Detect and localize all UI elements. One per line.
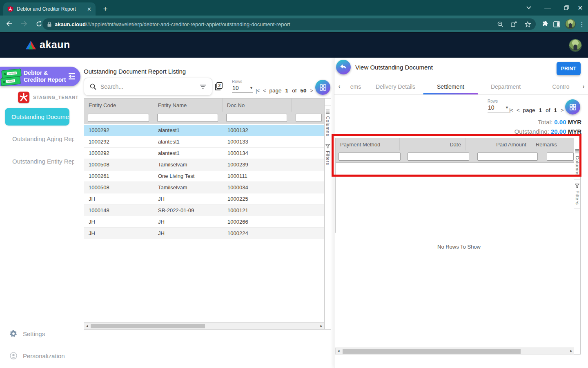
side-panel-icon[interactable] bbox=[550, 18, 563, 30]
bookmark-star-icon[interactable] bbox=[525, 21, 531, 27]
table-row[interactable]: 1000292alantest11000133 bbox=[84, 136, 324, 148]
page-current: 1 bbox=[285, 88, 289, 94]
sidebar-item-outstanding-entity[interactable]: Outstanding Entity Repor bbox=[12, 158, 74, 165]
page-word: page bbox=[523, 107, 535, 113]
detail-title: View Outstanding Document bbox=[355, 64, 433, 71]
user-avatar[interactable] bbox=[569, 39, 582, 52]
column-header-entity-code[interactable]: Entity Code bbox=[84, 99, 153, 112]
outstanding-label: Outstanding: bbox=[514, 128, 549, 135]
table-row[interactable]: JHJH1000266 bbox=[84, 216, 324, 228]
filter-input-date[interactable] bbox=[408, 153, 469, 161]
scroll-left-icon[interactable]: ◄ bbox=[336, 349, 341, 353]
table-row[interactable]: JHJH1000224 bbox=[84, 228, 324, 239]
listing-grid: Entity Code Entity Name Doc No 1000292al… bbox=[84, 98, 325, 330]
tab-settlement[interactable]: Settlement bbox=[423, 79, 478, 94]
filter-input-extra[interactable] bbox=[296, 114, 322, 122]
url-bar[interactable]: akaun.cloud/#/applet/tnt/wavelet/erp/deb… bbox=[42, 18, 536, 30]
table-row[interactable]: 1000508Tamilselvam1000034 bbox=[84, 182, 324, 193]
page-word: page bbox=[270, 88, 282, 94]
angular-logo-icon bbox=[7, 6, 13, 12]
listing-tool-strip: Columns Filters bbox=[324, 98, 331, 330]
tab-control[interactable]: Contro bbox=[533, 79, 573, 94]
filter-input-doc-no[interactable] bbox=[226, 114, 287, 122]
share-icon[interactable] bbox=[511, 21, 517, 27]
filter-input-remarks[interactable] bbox=[547, 153, 574, 161]
table-row[interactable]: 1000508Tamilselvam1000239 bbox=[84, 159, 324, 171]
filter-input-payment-method[interactable] bbox=[339, 153, 401, 161]
scroll-left-icon[interactable]: ◄ bbox=[84, 324, 90, 328]
scrollbar-thumb[interactable] bbox=[91, 324, 205, 328]
column-header-extra[interactable] bbox=[292, 99, 324, 112]
browser-tab[interactable]: Debtor and Creditor Report ✕ bbox=[3, 2, 96, 16]
scroll-right-icon[interactable]: ► bbox=[318, 324, 324, 328]
page-total: 50 bbox=[300, 88, 306, 94]
window-minimize-button[interactable]: — bbox=[538, 0, 557, 16]
back-button[interactable] bbox=[336, 60, 351, 74]
column-header-doc-no[interactable]: Doc No bbox=[223, 99, 292, 112]
tab-department[interactable]: Department bbox=[478, 79, 533, 94]
horizontal-scrollbar[interactable]: ◄ ► bbox=[84, 322, 324, 329]
kebab-menu-icon[interactable]: ⋮ bbox=[576, 18, 588, 30]
tab-items[interactable]: ems bbox=[343, 79, 368, 94]
columns-panel-tab[interactable]: Columns bbox=[325, 105, 331, 140]
extensions-puzzle-icon[interactable] bbox=[539, 18, 551, 30]
sidebar-item-outstanding-document[interactable]: Outstanding Documen bbox=[5, 108, 69, 126]
table-row[interactable]: 1000261One Living Test1000111 bbox=[84, 171, 324, 182]
filters-panel-tab[interactable]: Filters bbox=[325, 140, 331, 169]
tab-delivery-details[interactable]: Delivery Details bbox=[368, 79, 423, 94]
column-header-paid-amount[interactable]: Paid Amount bbox=[466, 138, 531, 150]
prev-page-button[interactable]: < bbox=[263, 88, 266, 94]
tabs-scroll-right-icon[interactable]: › bbox=[580, 79, 587, 94]
column-header-entity-name[interactable]: Entity Name bbox=[153, 99, 222, 112]
scrollbar-thumb[interactable] bbox=[343, 349, 521, 354]
table-row[interactable]: JHJH1000225 bbox=[84, 193, 324, 205]
filters-panel-tab[interactable]: Filters bbox=[574, 180, 580, 209]
horizontal-scrollbar[interactable]: ◄ ► bbox=[335, 348, 575, 355]
sidebar-item-outstanding-aging[interactable]: Outstanding Aging Repo bbox=[12, 135, 74, 142]
browser-profile-avatar[interactable] bbox=[565, 19, 576, 29]
tabs-scroll-left-icon[interactable]: ‹ bbox=[336, 79, 343, 94]
applet-banner[interactable]: Creditors Debtors Debtor & Creditor Repo… bbox=[0, 67, 80, 86]
filter-input-entity-name[interactable] bbox=[157, 114, 218, 122]
table-row[interactable]: 1000148SB-2022-01-091000121 bbox=[84, 205, 324, 216]
listing-pagination: |< < page 1 of 50 > >| bbox=[256, 88, 320, 94]
apps-grid-button[interactable] bbox=[565, 99, 580, 114]
sidebar-item-personalization[interactable]: Personalization bbox=[10, 352, 65, 359]
scroll-right-icon[interactable]: ► bbox=[568, 349, 574, 353]
column-header-remarks[interactable]: Remarks bbox=[531, 138, 574, 150]
first-page-button[interactable]: |< bbox=[256, 88, 259, 94]
settlement-tool-strip: Columns Filters bbox=[574, 138, 581, 355]
prev-page-button[interactable]: < bbox=[517, 107, 519, 113]
back-nav-icon[interactable] bbox=[3, 18, 16, 30]
copy-pages-icon[interactable]: 2 bbox=[214, 81, 223, 91]
zoom-page-icon[interactable] bbox=[497, 21, 503, 27]
filter-input-entity-code[interactable] bbox=[88, 114, 149, 122]
filter-list-icon[interactable] bbox=[200, 84, 206, 89]
url-path: /#/applet/tnt/wavelet/erp/debtor-and-cre… bbox=[86, 21, 290, 27]
next-page-button[interactable]: > bbox=[310, 88, 313, 94]
first-page-button[interactable]: |< bbox=[509, 107, 513, 113]
tab-search-chevron-icon[interactable] bbox=[519, 0, 538, 16]
detail-pagination: |< < page 1 of 1 > >| bbox=[509, 107, 570, 113]
apps-grid-button[interactable] bbox=[315, 80, 330, 95]
columns-panel-tab[interactable]: Columns bbox=[574, 145, 580, 180]
column-header-payment-method[interactable]: Payment Method bbox=[336, 138, 400, 150]
table-row[interactable]: 1000292alantest11000132 bbox=[84, 125, 324, 136]
column-header-date[interactable]: Date bbox=[400, 138, 466, 150]
search-input[interactable] bbox=[100, 83, 196, 90]
print-button[interactable]: PRINT bbox=[557, 62, 581, 75]
forward-nav-icon[interactable] bbox=[18, 18, 30, 30]
rows-per-page-select[interactable]: Rows 10▼ bbox=[488, 99, 509, 112]
sidebar-item-settings[interactable]: Settings bbox=[10, 330, 45, 337]
new-tab-button[interactable]: + bbox=[100, 4, 110, 14]
tab-close-icon[interactable]: ✕ bbox=[87, 6, 91, 12]
tenant-row[interactable]: STAGING_TENANT bbox=[18, 92, 78, 103]
filter-input-paid-amount[interactable] bbox=[477, 153, 538, 161]
tenant-icon bbox=[18, 92, 29, 103]
collapse-menu-icon[interactable] bbox=[67, 72, 76, 80]
window-close-button[interactable]: ✕ bbox=[571, 0, 588, 16]
empty-row-divider bbox=[336, 175, 574, 175]
table-row[interactable]: 1000292alantest11000134 bbox=[84, 148, 324, 159]
next-page-button[interactable]: > bbox=[561, 107, 564, 113]
rows-per-page-select[interactable]: Rows 10▼ bbox=[232, 79, 253, 93]
